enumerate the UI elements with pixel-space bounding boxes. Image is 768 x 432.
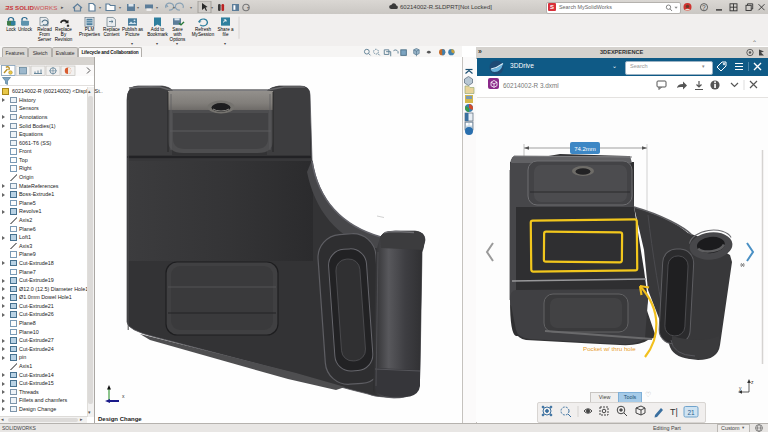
svg-text:T|: T| [670,407,678,417]
svg-text:?: ? [702,4,706,11]
svg-text:74.2mm: 74.2mm [574,146,596,152]
svg-text:z: z [751,379,754,385]
svg-text:y: y [739,385,742,391]
svg-text:21: 21 [687,409,695,416]
svg-text:x: x [122,393,125,399]
